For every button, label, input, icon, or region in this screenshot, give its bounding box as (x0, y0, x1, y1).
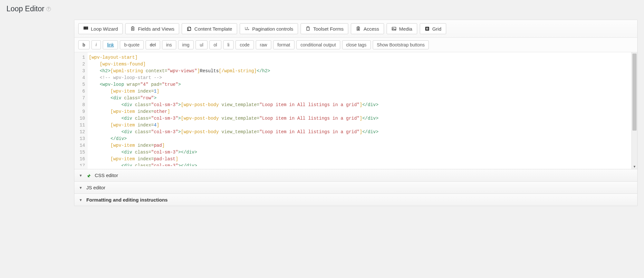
chevron-down-icon: ▼ (79, 174, 82, 177)
loop-wizard-button[interactable]: Loop Wizard (78, 23, 123, 34)
grid-label: Grid (432, 26, 441, 31)
media-label: Media (399, 26, 412, 31)
media-button[interactable]: Media (387, 23, 417, 34)
code-line[interactable]: <!-- wpv-loop-start --> (89, 74, 630, 81)
page-title-row: Loop Editor ? (6, 3, 638, 20)
tag-ol-button[interactable]: ol (209, 40, 221, 49)
code-content[interactable]: [wpv-layout-start] [wpv-items-found] <h2… (88, 52, 631, 169)
code-line[interactable]: <div class="col-sm-3">[wpv-post-body vie… (89, 102, 630, 108)
help-icon[interactable]: ? (46, 7, 51, 11)
code-line[interactable]: <h2>[wpml-string context="wpv-views"]Res… (89, 68, 630, 74)
tag-link-button[interactable]: link (103, 40, 118, 49)
code-line[interactable]: [wpv-layout-start] (89, 54, 630, 61)
chevron-down-icon: ▼ (79, 198, 82, 202)
code-line[interactable]: [wpv-item index=4] (89, 122, 630, 129)
code-line[interactable]: <div class="col-sm-3"></div> (89, 163, 630, 166)
lock-clipboard-icon (356, 26, 361, 31)
formatting-label: Formatting and editing instructions (86, 197, 168, 203)
code-line[interactable]: <div class="row"> (89, 95, 630, 102)
css-editor-label: CSS editor (95, 173, 118, 178)
code-line[interactable]: [wpv-items-found] (89, 61, 630, 68)
scrollbar-thumb[interactable] (632, 54, 637, 131)
tag-b-quote-button[interactable]: b-quote (120, 40, 143, 49)
toolset-forms-button[interactable]: Toolset Forms (301, 23, 348, 34)
code-line[interactable]: <div class="col-sm-3">[wpv-post-body vie… (89, 115, 630, 122)
svg-rect-4 (85, 28, 86, 29)
tag-raw-button[interactable]: raw (256, 40, 272, 49)
pagination-label: Pagination controls (252, 26, 293, 31)
tag-li-button[interactable]: li (223, 40, 234, 49)
tag-code-button[interactable]: code (235, 40, 254, 49)
access-button[interactable]: Access (351, 23, 384, 34)
tag-ul-button[interactable]: ul (196, 40, 207, 49)
js-editor-label: JS editor (86, 185, 105, 190)
toolset-forms-label: Toolset Forms (313, 26, 343, 31)
file-copy-icon (187, 26, 192, 31)
svg-rect-14 (358, 26, 359, 27)
tag-i-button[interactable]: i (91, 40, 101, 49)
svg-rect-15 (358, 29, 359, 30)
svg-rect-2 (87, 27, 88, 28)
svg-point-8 (132, 28, 134, 29)
code-line[interactable]: [wpv-item index=other] (89, 108, 630, 115)
code-editor[interactable]: 1234567891011121314151617 [wpv-layout-st… (74, 52, 637, 169)
chevron-down-icon: ▼ (79, 186, 82, 190)
tag-format-button[interactable]: format (273, 40, 294, 49)
tag-del-button[interactable]: del (146, 40, 160, 49)
tags-toolbar: bilinkb-quotedelinsimgulollicoderawforma… (74, 38, 637, 52)
tag-img-button[interactable]: img (178, 40, 194, 49)
tag-b-button[interactable]: b (78, 40, 90, 49)
grid-icon (83, 26, 88, 31)
code-line[interactable]: <div class="col-sm-3"></div> (89, 149, 630, 156)
tag-Show-Bootstrap-buttons-button[interactable]: Show Bootstrap buttons (373, 40, 429, 49)
fields-views-label: Fields and Views (138, 26, 174, 31)
code-line[interactable]: <wpv-loop wrap="4" pad="true"> (89, 81, 630, 88)
scroll-down-icon[interactable]: ▼ (632, 165, 637, 168)
svg-rect-0 (84, 27, 85, 28)
fields-views-button[interactable]: Fields and Views (125, 23, 179, 34)
formatting-accordion[interactable]: ▼ Formatting and editing instructions (74, 194, 637, 206)
svg-rect-11 (307, 27, 309, 31)
clipboard-icon (305, 26, 311, 31)
clipboard-eye-icon (130, 26, 135, 31)
pagination-icon: 19 (245, 26, 250, 31)
code-line[interactable]: [wpv-item index=pad-last] (89, 156, 630, 163)
content-template-button[interactable]: Content Template (182, 23, 237, 34)
main-toolbar: Loop WizardFields and ViewsContent Templ… (74, 20, 637, 38)
page-title: Loop Editor (6, 5, 44, 13)
css-editor-accordion[interactable]: ▼ CSS editor (74, 169, 637, 181)
svg-text:B: B (426, 27, 428, 30)
editor-panel: Loop WizardFields and ViewsContent Templ… (74, 20, 638, 206)
line-gutter: 1234567891011121314151617 (74, 52, 88, 169)
svg-rect-3 (84, 28, 85, 29)
svg-rect-7 (132, 26, 133, 27)
svg-text:1: 1 (245, 27, 246, 29)
svg-rect-12 (307, 26, 309, 27)
svg-rect-1 (85, 27, 86, 28)
tag-close-tags-button[interactable]: close tags (342, 40, 371, 49)
b-square-icon: B (425, 26, 430, 31)
svg-rect-5 (87, 28, 88, 29)
pin-icon (86, 173, 91, 178)
code-line[interactable]: [wpv-item index=1] (89, 88, 630, 95)
loop-wizard-label: Loop Wizard (91, 26, 118, 31)
code-line[interactable]: </div> (89, 135, 630, 142)
grid-button[interactable]: BGrid (420, 23, 446, 34)
js-editor-accordion[interactable]: ▼ JS editor (74, 181, 637, 194)
code-line[interactable]: [wpv-item index=pad] (89, 142, 630, 149)
svg-text:9: 9 (246, 27, 248, 29)
scrollbar[interactable]: ▼ (631, 52, 637, 169)
code-line[interactable]: <div class="col-sm-3">[wpv-post-body vie… (89, 129, 630, 135)
tag-conditional-output-button[interactable]: conditional output (296, 40, 340, 49)
tag-ins-button[interactable]: ins (162, 40, 176, 49)
pagination-button[interactable]: 19Pagination controls (240, 23, 298, 34)
content-template-label: Content Template (194, 26, 232, 31)
access-label: Access (363, 26, 379, 31)
image-icon (391, 26, 397, 31)
